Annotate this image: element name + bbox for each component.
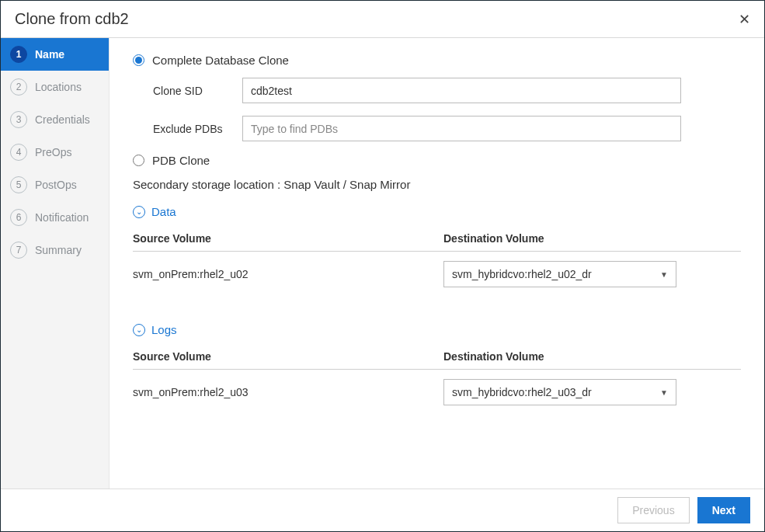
header-source: Source Volume	[133, 350, 443, 363]
logs-source-volume: svm_onPrem:rhel2_u03	[133, 386, 443, 398]
dialog-footer: Previous Next	[1, 489, 764, 531]
main-panel: Complete Database Clone Clone SID Exclud…	[110, 38, 764, 489]
label-exclude-pdbs: Exclude PDBs	[153, 123, 242, 135]
table-row: svm_onPrem:rhel2_u02 svm_hybridcvo:rhel2…	[133, 252, 741, 297]
table-row: svm_onPrem:rhel2_u03 svm_hybridcvo:rhel2…	[133, 370, 741, 415]
caret-down-icon: ▼	[660, 270, 668, 279]
step-label: Notification	[35, 211, 89, 224]
field-clone-sid: Clone SID	[153, 78, 741, 103]
step-credentials[interactable]: 3 Credentials	[1, 103, 109, 136]
input-clone-sid[interactable]	[242, 78, 681, 103]
header-dest: Destination Volume	[443, 350, 741, 363]
logs-dest-value: svm_hybridcvo:rhel2_u03_dr	[452, 386, 592, 398]
data-dest-value: svm_hybridcvo:rhel2_u02_dr	[452, 268, 592, 280]
chevron-down-icon: ⌄	[133, 324, 145, 336]
wizard-sidebar: 1 Name 2 Locations 3 Credentials 4 PreOp…	[1, 38, 110, 489]
logs-volume-table: Source Volume Destination Volume svm_onP…	[133, 344, 741, 415]
logs-dest-select[interactable]: svm_hybridcvo:rhel2_u03_dr ▼	[443, 379, 676, 405]
step-label: Name	[35, 48, 64, 61]
dialog-title: Clone from cdb2	[15, 10, 129, 28]
step-number: 1	[10, 46, 27, 63]
step-label: Locations	[35, 81, 82, 93]
step-notification[interactable]: 6 Notification	[1, 201, 109, 234]
radio-pdb-clone[interactable]: PDB Clone	[133, 154, 741, 167]
collapser-logs[interactable]: ⌄ Logs	[133, 323, 741, 336]
input-exclude-pdbs[interactable]	[242, 116, 681, 141]
step-number: 5	[10, 176, 27, 193]
step-number: 2	[10, 78, 27, 96]
next-button[interactable]: Next	[697, 497, 750, 523]
collapser-data-label: Data	[151, 205, 176, 218]
data-volume-table: Source Volume Destination Volume svm_onP…	[133, 226, 741, 297]
previous-button[interactable]: Previous	[617, 497, 689, 523]
radio-complete-label: Complete Database Clone	[152, 54, 289, 67]
header-dest: Destination Volume	[443, 232, 741, 245]
step-number: 3	[10, 111, 27, 128]
step-number: 4	[10, 144, 27, 161]
data-dest-select[interactable]: svm_hybridcvo:rhel2_u02_dr ▼	[443, 261, 676, 287]
step-name[interactable]: 1 Name	[1, 38, 109, 71]
table-header: Source Volume Destination Volume	[133, 344, 741, 370]
step-label: PreOps	[35, 146, 71, 158]
step-number: 6	[10, 209, 27, 226]
radio-pdb-label: PDB Clone	[152, 154, 210, 167]
step-number: 7	[10, 242, 27, 259]
dialog-body: 1 Name 2 Locations 3 Credentials 4 PreOp…	[1, 38, 764, 489]
data-source-volume: svm_onPrem:rhel2_u02	[133, 268, 443, 280]
step-preops[interactable]: 4 PreOps	[1, 136, 109, 169]
close-icon[interactable]: ✕	[739, 11, 750, 28]
step-postops[interactable]: 5 PostOps	[1, 169, 109, 201]
step-label: Credentials	[35, 113, 90, 126]
header-source: Source Volume	[133, 232, 443, 245]
step-locations[interactable]: 2 Locations	[1, 71, 109, 103]
step-label: Summary	[35, 244, 82, 256]
radio-complete-input[interactable]	[133, 54, 144, 66]
label-clone-sid: Clone SID	[153, 85, 242, 97]
chevron-down-icon: ⌄	[133, 206, 145, 218]
secondary-storage-title: Secondary storage location : Snap Vault …	[133, 178, 741, 191]
collapser-logs-label: Logs	[151, 323, 177, 336]
step-label: PostOps	[35, 179, 77, 191]
caret-down-icon: ▼	[660, 388, 668, 397]
table-header: Source Volume Destination Volume	[133, 226, 741, 252]
collapser-data[interactable]: ⌄ Data	[133, 205, 741, 218]
field-exclude-pdbs: Exclude PDBs	[153, 116, 741, 141]
radio-pdb-input[interactable]	[133, 155, 144, 166]
dialog-header: Clone from cdb2 ✕	[1, 1, 764, 38]
radio-complete-clone[interactable]: Complete Database Clone	[133, 54, 741, 67]
step-summary[interactable]: 7 Summary	[1, 234, 109, 266]
